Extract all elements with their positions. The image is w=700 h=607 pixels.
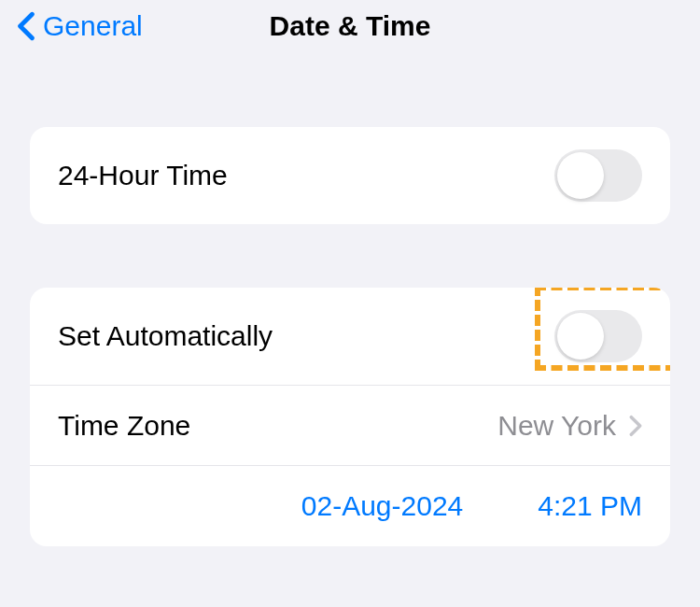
- toggle-24-hour-time[interactable]: [554, 149, 642, 202]
- row-set-automatically: Set Automatically: [30, 288, 670, 386]
- timezone-value: New York: [497, 410, 616, 442]
- toggle-knob: [557, 313, 604, 360]
- row-date-time: 02-Aug-2024 4:21 PM: [30, 466, 670, 546]
- toggle-knob: [557, 152, 604, 199]
- row-value-timezone: New York: [497, 410, 642, 442]
- time-picker-button[interactable]: 4:21 PM: [538, 490, 642, 522]
- chevron-left-icon: [17, 11, 35, 41]
- nav-header: General Date & Time: [0, 0, 700, 43]
- row-label-timezone: Time Zone: [58, 410, 190, 442]
- date-picker-button[interactable]: 02-Aug-2024: [301, 490, 463, 522]
- toggle-set-automatically[interactable]: [554, 310, 642, 362]
- back-button[interactable]: General: [17, 10, 143, 42]
- settings-group-datetime: Set Automatically Time Zone New York 02-…: [30, 288, 670, 546]
- row-label-set-auto: Set Automatically: [58, 320, 273, 352]
- row-24-hour-time: 24-Hour Time: [30, 127, 670, 224]
- page-title: Date & Time: [270, 10, 431, 42]
- row-label-24hour: 24-Hour Time: [58, 160, 228, 191]
- settings-group-format: 24-Hour Time: [30, 127, 670, 224]
- row-time-zone[interactable]: Time Zone New York: [30, 386, 670, 466]
- chevron-right-icon: [629, 415, 642, 437]
- back-label: General: [43, 10, 143, 42]
